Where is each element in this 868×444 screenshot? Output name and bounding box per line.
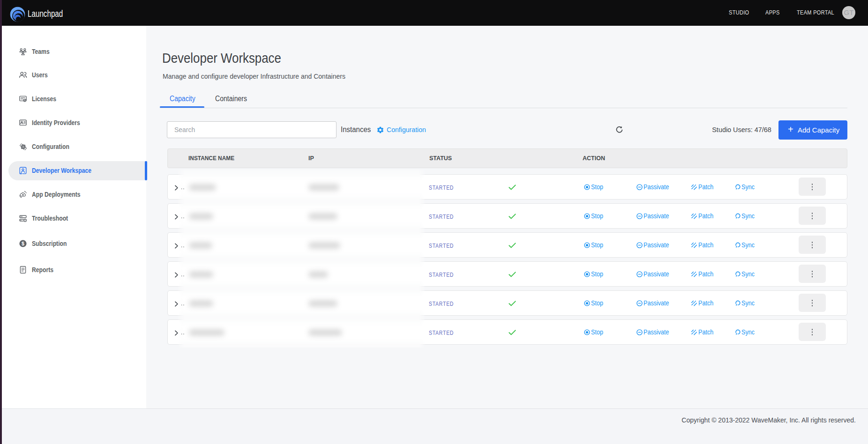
svg-text:$: $ (22, 240, 24, 246)
